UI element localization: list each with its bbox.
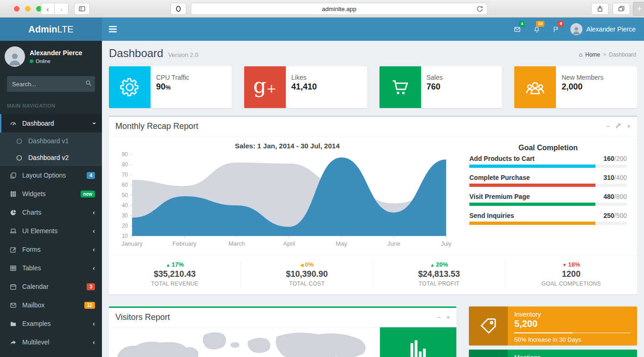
page-subtitle: Version 2.0 [168,51,198,58]
badge: 4 [87,172,95,179]
svg-text:70: 70 [122,172,128,178]
address-bar[interactable]: adminlte.app [191,3,487,15]
goal-progress-bar [469,203,627,206]
svg-text:90: 90 [122,151,128,158]
sidebar-section-label: MAIN NAVIGATION [0,98,102,114]
notification-flag[interactable]: 9 [546,18,566,41]
minimize-window-button[interactable] [25,6,31,12]
goal-completion-title: Goal Completion [469,144,627,152]
badge: 12 [84,302,95,309]
goal-progress-bar [469,222,627,225]
window-controls[interactable] [14,6,42,12]
goal-label: Complete Purchase [469,174,530,181]
chevron-left-icon: ‹ [93,264,95,272]
sidebar-item-label: Tables [22,264,41,272]
new-tab-button[interactable]: + [633,2,644,16]
goal-progress-bar [469,184,627,187]
sidebar-item-label: Dashboard [22,120,54,127]
inventory-value: 5,200 [514,319,631,329]
chevron-down-icon: ‹ [90,122,98,125]
sidebar-toggle-button[interactable] [74,3,90,15]
sidebar-user-panel: Alexander Pierce Online [0,41,102,72]
caret-up-icon: ▲ [430,262,435,268]
wrench-icon[interactable] [615,123,621,130]
sidebar-collapse-button[interactable] [102,18,123,41]
info-box-label: New Members [562,74,603,81]
pie-chart-icon [8,209,18,216]
edit-icon [8,246,18,253]
user-menu[interactable]: Alexander Pierce [566,18,640,41]
sidebar-item-label: Multilevel [22,338,49,346]
envelope-icon [8,302,18,309]
stat-total-profit: ▲20% $24,813.53 TOTAL PROFIT [373,261,505,287]
visitors-box-title: Visitors Report [115,312,170,322]
reload-icon[interactable] [476,5,483,13]
sidebar-item-dashboard[interactable]: Dashboard‹ [0,114,102,133]
sidebar-item-tables[interactable]: Tables‹ [0,259,102,277]
extension-button[interactable] [170,3,186,15]
close-window-button[interactable] [14,6,19,12]
chart-title: Sales: 1 Jan, 2014 - 30 Jul, 2014 [114,142,460,150]
share-button[interactable] [591,3,609,15]
svg-text:February: February [172,240,197,247]
online-dot-icon [30,59,33,63]
laptop-icon [8,228,18,235]
stat-change: 18% [568,261,580,268]
search-icon[interactable] [85,79,92,87]
world-map[interactable] [109,327,380,357]
sidebar-submenu: Dashboard v1 Dashboard v2 [0,133,102,166]
sidebar-item-calendar[interactable]: Calendar3 [0,277,102,296]
sidebar-item-forms[interactable]: Forms‹ [0,240,102,259]
sidebar-item-layout-options[interactable]: Layout Options4 [0,166,102,185]
breadcrumb-home[interactable]: Home [585,51,600,58]
svg-text:April: April [283,240,295,247]
browser-chrome: ‹ › adminlte.app + [0,0,644,18]
sidebar-item-label: Widgets [22,190,46,198]
chevron-left-icon: ‹ [93,338,95,346]
info-box-likes: g+ Likes 41,410 [244,66,367,108]
search-input[interactable] [7,76,95,92]
caret-down-icon: ▼ [562,262,567,268]
notification-bell[interactable]: 10 [527,18,546,41]
inventory-label: Inventory [514,311,631,318]
breadcrumb: ⌂ Home > Dashboard [579,51,636,58]
svg-text:June: June [387,240,400,247]
sidebar-item-widgets[interactable]: Widgetsnew [0,185,102,203]
info-box-new-members: New Members 2,000 [514,66,637,108]
url-text: adminlte.app [191,6,487,13]
close-icon[interactable]: × [446,314,450,321]
logo-light: LTE [57,24,74,35]
sidebar-item-mailbox[interactable]: Mailbox12 [0,296,102,314]
collapse-icon[interactable]: − [606,123,610,130]
app-logo[interactable]: AdminLTE [0,18,102,41]
close-icon[interactable]: × [627,123,631,130]
sidebar-item-ui-elements[interactable]: UI Elements‹ [0,222,102,240]
goal-send-inquiries: Send Inquiries 250/500 [469,212,627,225]
svg-text:January: January [121,240,143,247]
sidebar-item-dashboard-v1[interactable]: Dashboard v1 [0,133,102,149]
sidebar-item-dashboard-v2[interactable]: Dashboard v2 [0,149,102,166]
header-user-name: Alexander Pierce [586,26,636,33]
hamburger-icon [109,26,117,32]
stat-label: GOAL COMPLETIONS [505,280,637,287]
stat-goal-completions: ▼18% 1200 GOAL COMPLETIONS [505,261,637,287]
sidebar-item-charts[interactable]: Charts‹ [0,203,102,222]
goal-label: Visit Premium Page [469,193,530,200]
sidebar-item-multilevel[interactable]: Multilevel‹ [0,333,102,351]
notification-envelope[interactable]: 4 [507,18,527,41]
goal-complete-purchase: Complete Purchase 310/400 [469,174,627,187]
user-status[interactable]: Online [30,58,82,64]
goal-label: Add Products to Cart [469,155,535,162]
info-box-value: 90% [156,82,189,92]
forward-button[interactable]: › [55,3,69,15]
sales-area-chart: 102030405060708090JanuaryFebruaryMarchAp… [114,151,460,253]
content-header: Dashboard Version 2.0 ⌂ Home > Dashboard [109,41,637,64]
back-button[interactable]: ‹ [41,3,55,15]
collapse-icon[interactable]: − [437,314,441,321]
stat-label: TOTAL REVENUE [109,280,240,287]
sidebar-item-examples[interactable]: Examples‹ [0,314,102,333]
sidebar-item-label: Dashboard v1 [28,137,69,145]
svg-text:40: 40 [122,202,128,209]
notification-badge: 10 [536,21,544,27]
tab-overview-button[interactable] [612,3,630,15]
